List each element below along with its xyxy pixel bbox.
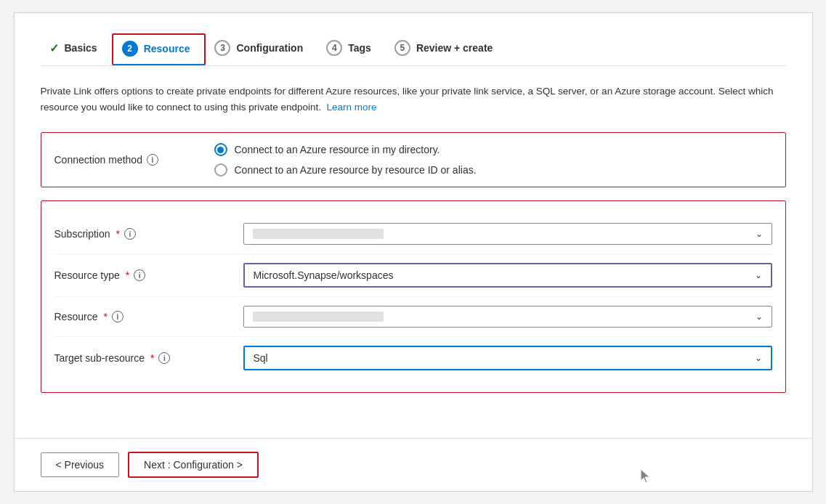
target-sub-resource-value: Sql [254, 352, 268, 364]
form-row-resource: Resource * i ⌄ [54, 297, 772, 337]
resource-chevron-icon: ⌄ [756, 312, 763, 322]
tab-review-number: 5 [394, 40, 410, 56]
resource-type-info-icon[interactable]: i [134, 269, 145, 281]
target-sub-resource-required: * [150, 352, 154, 364]
target-sub-resource-label: Target sub-resource * i [54, 352, 243, 364]
resource-label: Resource * i [54, 311, 243, 322]
main-content: ✓ Basics 2 Resource 3 Configuration 4 Ta… [15, 13, 812, 438]
tab-review-create-label: Review + create [416, 42, 493, 54]
resource-type-required: * [126, 269, 129, 281]
subscription-dropdown[interactable]: ⌄ [243, 223, 772, 245]
resource-control: ⌄ [243, 306, 772, 328]
check-icon: ✓ [49, 41, 59, 55]
resource-type-value: Microsoft.Synapse/workspaces [254, 269, 394, 281]
form-row-resource-type: Resource type * i Microsoft.Synapse/work… [54, 254, 772, 297]
subscription-value-blurred [253, 229, 384, 239]
resource-dropdown[interactable]: ⌄ [243, 306, 772, 328]
main-window: ✓ Basics 2 Resource 3 Configuration 4 Ta… [14, 12, 813, 492]
resource-info-icon[interactable]: i [112, 311, 124, 322]
page-description: Private Link offers options to create pr… [41, 84, 786, 115]
subscription-label: Subscription * i [54, 228, 243, 240]
tab-configuration[interactable]: 3 Configuration [206, 34, 317, 65]
resource-value-blurred [253, 312, 384, 322]
cursor-icon [641, 469, 652, 484]
radio-directory[interactable]: Connect to an Azure resource in my direc… [214, 143, 477, 156]
radio-directory-circle [214, 143, 227, 156]
resource-type-dropdown[interactable]: Microsoft.Synapse/workspaces ⌄ [243, 263, 772, 288]
subscription-info-icon[interactable]: i [124, 228, 136, 240]
tab-basics[interactable]: ✓ Basics [41, 36, 112, 64]
tab-tags[interactable]: 4 Tags [317, 34, 386, 65]
tab-tags-number: 4 [326, 40, 342, 56]
form-row-subscription: Subscription * i ⌄ [54, 214, 772, 254]
connection-method-info-icon[interactable]: i [147, 154, 158, 166]
tab-configuration-label: Configuration [236, 42, 303, 54]
subscription-required: * [116, 228, 120, 240]
radio-options: Connect to an Azure resource in my direc… [214, 143, 477, 176]
target-sub-resource-chevron-icon: ⌄ [755, 353, 762, 363]
subscription-control: ⌄ [243, 223, 772, 245]
description-text: Private Link offers options to create pr… [41, 86, 774, 113]
tab-configuration-number: 3 [214, 40, 230, 56]
resource-type-label: Resource type * i [54, 269, 243, 281]
target-sub-resource-control: Sql ⌄ [243, 346, 772, 370]
footer: < Previous Next : Configuration > [15, 438, 812, 491]
radio-resource-id[interactable]: Connect to an Azure resource by resource… [214, 163, 477, 176]
radio-resource-id-circle [214, 163, 227, 176]
tab-bar: ✓ Basics 2 Resource 3 Configuration 4 Ta… [41, 33, 786, 66]
tab-resource-label: Resource [144, 43, 190, 54]
connection-method-row: Connection method i Connect to an Azure … [54, 143, 772, 176]
tab-tags-label: Tags [348, 42, 371, 54]
target-sub-resource-info-icon[interactable]: i [158, 352, 170, 364]
resource-type-chevron-icon: ⌄ [755, 270, 762, 280]
subscription-chevron-icon: ⌄ [756, 229, 763, 239]
previous-button[interactable]: < Previous [41, 452, 120, 477]
next-button[interactable]: Next : Configuration > [128, 452, 259, 478]
resource-type-control: Microsoft.Synapse/workspaces ⌄ [243, 263, 772, 288]
connection-method-section: Connection method i Connect to an Azure … [41, 132, 786, 187]
tab-resource-number: 2 [122, 41, 138, 57]
tab-review-create[interactable]: 5 Review + create [386, 34, 507, 65]
radio-directory-label: Connect to an Azure resource in my direc… [235, 144, 440, 155]
tab-basics-label: Basics [65, 42, 97, 54]
svg-marker-0 [641, 469, 649, 483]
learn-more-link[interactable]: Learn more [327, 102, 377, 113]
form-section: Subscription * i ⌄ Resource type * i [41, 200, 786, 393]
form-row-target-sub-resource: Target sub-resource * i Sql ⌄ [54, 337, 772, 379]
resource-required: * [103, 311, 107, 322]
target-sub-resource-dropdown[interactable]: Sql ⌄ [243, 346, 772, 370]
connection-method-label: Connection method i [54, 154, 200, 166]
tab-resource[interactable]: 2 Resource [112, 33, 206, 65]
radio-resource-id-label: Connect to an Azure resource by resource… [235, 164, 477, 176]
